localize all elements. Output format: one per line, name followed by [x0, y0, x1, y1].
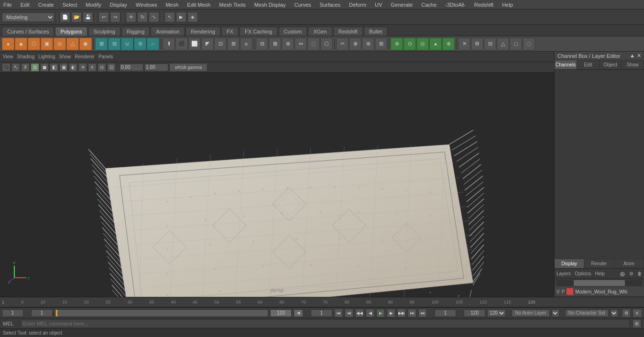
save-scene-btn[interactable]: 💾 — [83, 12, 93, 22]
circularize-btn[interactable]: ◌ — [307, 38, 320, 50]
vp-isolate-btn[interactable]: ⊙ — [98, 63, 106, 72]
transport-prev-frame[interactable]: ◀ — [366, 309, 374, 317]
undo-btn[interactable]: ↩ — [98, 12, 109, 22]
menu-deform[interactable]: Deform — [348, 2, 368, 8]
tab-redshift[interactable]: Redshift — [333, 27, 363, 36]
tab-rendering[interactable]: Rendering — [186, 27, 220, 36]
layer-p-btn[interactable]: P — [562, 289, 565, 294]
vp-view-menu[interactable]: View — [3, 54, 13, 59]
tab-fx[interactable]: FX — [221, 27, 239, 36]
vp-shaded-wire-btn[interactable]: ◧ — [50, 63, 58, 72]
collapse-btn[interactable]: ◎ — [416, 38, 429, 50]
timeline-end-frame[interactable] — [464, 309, 485, 317]
tick-55[interactable]: 55 — [236, 300, 241, 304]
tab-sculpting[interactable]: Sculpting — [88, 27, 120, 36]
tick-105[interactable]: 105 — [456, 300, 463, 304]
timeline-play-start[interactable] — [311, 309, 332, 317]
options-menu[interactable]: Options — [575, 271, 591, 276]
poly-disk-btn[interactable]: ◉ — [79, 38, 92, 50]
vp-value1-input[interactable] — [120, 64, 143, 71]
bool-inter-btn[interactable]: ∩ — [147, 38, 159, 50]
vp-wireframe-btn[interactable]: ⊞ — [31, 63, 39, 72]
panel-tab-channels[interactable]: Channels — [555, 60, 577, 69]
new-scene-btn[interactable]: 📄 — [60, 12, 70, 22]
menu-mesh[interactable]: Mesh — [164, 2, 180, 8]
multi-cut-btn[interactable]: ✂ — [336, 38, 349, 50]
tab-custom[interactable]: Custom — [279, 27, 307, 36]
poly-cone-btn[interactable]: △ — [66, 38, 79, 50]
menu-edit-mesh[interactable]: Edit Mesh — [186, 2, 212, 8]
anim-layer-select[interactable] — [552, 309, 559, 317]
layers-menu[interactable]: Layers — [557, 271, 571, 276]
append-poly-btn[interactable]: ⊞ — [375, 38, 387, 50]
combine-btn[interactable]: ⊞ — [95, 38, 108, 50]
tick-75[interactable]: 75 — [323, 300, 327, 304]
viewport-canvas[interactable]: X Y Z persp — [0, 73, 554, 297]
prefs-icon[interactable]: ⚙ — [622, 309, 631, 317]
tick-90[interactable]: 90 — [388, 300, 393, 304]
tick-20[interactable]: 20 — [84, 300, 89, 304]
panel-tab-render[interactable]: Render — [584, 259, 614, 268]
vp-show-menu[interactable]: Show — [59, 54, 71, 59]
cleanup-btn[interactable]: ⚙ — [471, 38, 483, 50]
menu-file[interactable]: File — [2, 2, 13, 8]
end-frame-select[interactable]: 120 — [487, 309, 506, 317]
panel-tab-show[interactable]: Show — [622, 60, 644, 69]
wedge-btn[interactable]: ◤ — [201, 38, 214, 50]
menu-generate[interactable]: Generate — [389, 2, 414, 8]
scale-btn[interactable]: ⤡ — [149, 12, 159, 22]
vp-resolution-btn[interactable]: ⊡ — [107, 63, 116, 72]
vp-gamma-indicator[interactable]: sRGB gamma — [169, 63, 207, 72]
render-btn[interactable]: ▶ — [176, 12, 186, 22]
tick-60[interactable]: 60 — [258, 300, 262, 304]
vp-shadows-btn[interactable]: ◐ — [69, 63, 77, 72]
timeline-ruler[interactable]: 1 5 10 15 20 25 30 35 40 45 50 55 60 65 … — [0, 297, 644, 307]
select-btn[interactable]: ↖ — [164, 12, 175, 22]
fill-hole-btn[interactable]: ⬜ — [188, 38, 201, 50]
vp-value2-input[interactable] — [144, 64, 168, 71]
vp-shading-menu[interactable]: Shading — [17, 54, 35, 59]
timeline-range-end-display[interactable] — [270, 309, 292, 317]
transport-step-fwd[interactable]: ⏭ — [408, 309, 416, 317]
transport-prev-key[interactable]: ◀◀ — [355, 309, 364, 317]
menu-create[interactable]: Create — [37, 2, 55, 8]
tick-25[interactable]: 25 — [106, 300, 110, 304]
menu-3dto[interactable]: -3DtoAll- — [444, 2, 467, 8]
script-editor-btn[interactable]: ⊞ — [633, 319, 641, 328]
workspace-dropdown[interactable]: Modeling Rigging Animation Rendering — [2, 12, 55, 22]
tick-1[interactable]: 1 — [2, 300, 4, 304]
separate-btn[interactable]: ⊟ — [108, 38, 120, 50]
menu-redshift[interactable]: Redshift — [473, 2, 495, 8]
layers-delete-icon[interactable]: 🗑 — [637, 271, 642, 276]
tick-40[interactable]: 40 — [171, 300, 175, 304]
tick-85[interactable]: 85 — [366, 300, 371, 304]
vp-select-btn[interactable]: ↖ — [11, 63, 20, 72]
transport-next-frame[interactable]: ▶ — [387, 309, 395, 317]
layers-scrollbar[interactable] — [557, 280, 642, 286]
timeline-current-frame[interactable] — [2, 309, 23, 317]
poly-cube-btn[interactable]: ■ — [15, 38, 27, 50]
char-set-select[interactable] — [611, 309, 618, 317]
bool-diff-btn[interactable]: ⊖ — [134, 38, 146, 50]
tab-curves-surfaces[interactable]: Curves / Surfaces — [2, 27, 54, 36]
tick-100[interactable]: 100 — [431, 300, 438, 304]
reduce-btn[interactable]: ⊟ — [484, 38, 496, 50]
tick-65[interactable]: 65 — [279, 300, 284, 304]
tick-80[interactable]: 80 — [345, 300, 349, 304]
tick-120[interactable]: 120 — [528, 300, 535, 304]
poly-cylinder-btn[interactable]: ⬡ — [28, 38, 40, 50]
auto-key-btn[interactable]: K — [633, 309, 642, 317]
tick-115[interactable]: 115 — [504, 300, 511, 304]
bridge-btn[interactable]: ⬛ — [175, 38, 188, 50]
vp-display-layers-btn[interactable]: ≡ — [88, 63, 97, 72]
layer-v-btn[interactable]: V — [557, 289, 560, 294]
panel-tab-anim[interactable]: Anim — [614, 259, 644, 268]
vp-textures-btn[interactable]: ▣ — [59, 63, 68, 72]
bevel-btn[interactable]: ⬡ — [320, 38, 333, 50]
tab-rigging[interactable]: Rigging — [121, 27, 150, 36]
tick-35[interactable]: 35 — [149, 300, 154, 304]
playhead[interactable] — [56, 310, 57, 316]
vp-renderer-menu[interactable]: Renderer — [75, 54, 95, 59]
menu-cache[interactable]: Cache — [420, 2, 438, 8]
insert-edge-loop-btn[interactable]: ⊟ — [256, 38, 268, 50]
